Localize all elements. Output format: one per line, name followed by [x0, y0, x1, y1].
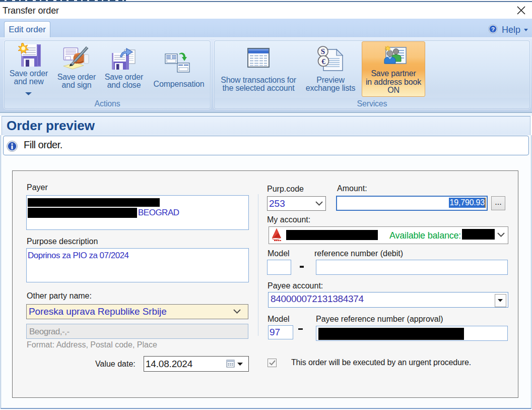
svg-text:S: S — [321, 47, 325, 55]
svg-text:?: ? — [491, 26, 495, 32]
svg-text:€: € — [321, 57, 325, 66]
